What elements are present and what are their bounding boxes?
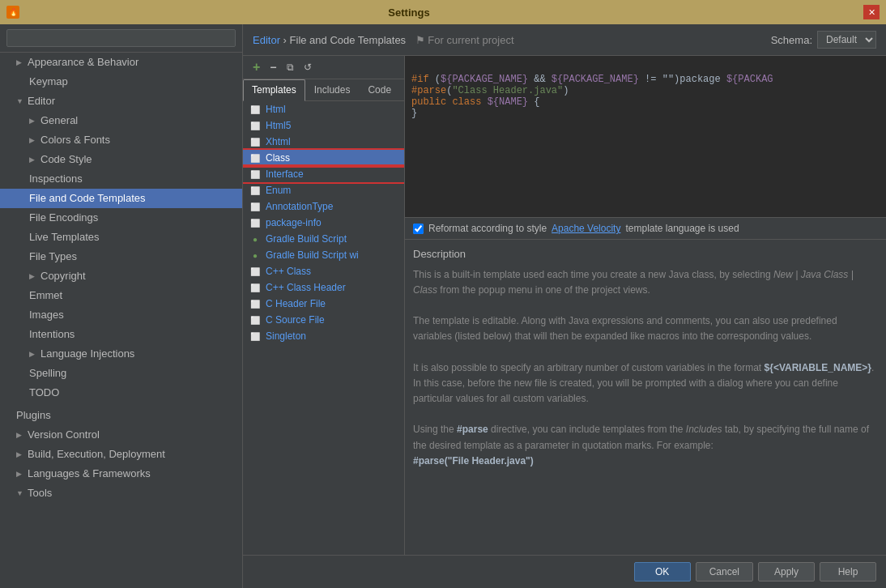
template-item-html5[interactable]: ⬜ Html5	[243, 117, 404, 134]
template-item-label: Gradle Build Script wi	[266, 249, 359, 261]
gradle-icon: ●	[249, 233, 261, 245]
sidebar-item-label: File and Code Templates	[29, 192, 146, 204]
bottom-buttons: OK Cancel Apply Help	[243, 555, 886, 588]
sidebar-item-code-style[interactable]: Code Style	[0, 150, 242, 169]
template-item-interface[interactable]: ⬜ Interface	[243, 166, 404, 182]
template-item-annotation-type[interactable]: ⬜ AnnotationType	[243, 198, 404, 215]
template-item-label: C++ Class	[266, 266, 311, 277]
close-button[interactable]: ✕	[863, 5, 880, 19]
template-item-label: Singleton	[266, 330, 306, 342]
cpp-icon: ⬜	[249, 266, 261, 277]
schema-section: Schema: Default	[771, 31, 876, 49]
search-input[interactable]	[6, 29, 236, 47]
template-item-cpp-class-header[interactable]: ⬜ C++ Class Header	[243, 279, 404, 296]
reformat-suffix: template language is used	[625, 223, 739, 234]
editor-area: #if (${PACKAGE_NAME} && ${PACKAGE_NAME} …	[405, 56, 886, 555]
sidebar-item-colors-fonts[interactable]: Colors & Fonts	[0, 130, 242, 150]
sidebar-item-label: Emmet	[29, 289, 62, 301]
sidebar-item-editor[interactable]: Editor	[0, 92, 242, 111]
sidebar-item-intentions[interactable]: Intentions	[0, 325, 242, 344]
code-editor[interactable]: #if (${PACKAGE_NAME} && ${PACKAGE_NAME} …	[405, 56, 886, 218]
sidebar-item-inspections[interactable]: Inspections	[0, 169, 242, 189]
sidebar-item-languages-frameworks[interactable]: Languages & Frameworks	[0, 464, 242, 484]
template-item-label: package-info	[266, 217, 322, 228]
remove-template-button[interactable]: −	[266, 60, 279, 75]
template-item-enum[interactable]: ⬜ Enum	[243, 182, 404, 198]
template-item-package-info[interactable]: ⬜ package-info	[243, 215, 404, 231]
ok-button[interactable]: OK	[634, 562, 691, 582]
template-item-html[interactable]: ⬜ Html	[243, 101, 404, 117]
sidebar-item-version-control[interactable]: Version Control	[0, 425, 242, 445]
sidebar-item-images[interactable]: Images	[0, 305, 242, 325]
cpp-icon: ⬜	[249, 314, 261, 326]
description-title: Description	[413, 246, 878, 262]
apache-velocity-link[interactable]: Apache Velocity	[552, 223, 620, 234]
java-icon: ⬜	[249, 168, 261, 180]
tab-templates[interactable]: Templates	[243, 79, 305, 101]
template-item-label: C Source File	[266, 314, 325, 326]
sidebar-item-spelling[interactable]: Spelling	[0, 364, 242, 383]
sidebar-item-label: Code Style	[40, 151, 92, 168]
template-item-gradle-build[interactable]: ● Gradle Build Script	[243, 231, 404, 247]
cpp-icon: ⬜	[249, 298, 261, 309]
sidebar-item-label: Appearance & Behavior	[28, 54, 138, 70]
sidebar-item-label: Language Injections	[40, 346, 134, 362]
template-item-xhtml[interactable]: ⬜ Xhtml	[243, 134, 404, 150]
panel-header: Editor › File and Code Templates ⚑ For c…	[243, 24, 886, 56]
arrow-icon	[16, 427, 24, 443]
sidebar-item-tools[interactable]: Tools	[0, 484, 242, 503]
sidebar-item-label: Inspections	[29, 173, 83, 185]
arrow-icon	[16, 466, 24, 482]
template-item-cpp-class[interactable]: ⬜ C++ Class	[243, 263, 404, 279]
sidebar-item-label: Version Control	[28, 427, 100, 443]
sidebar-item-emmet[interactable]: Emmet	[0, 286, 242, 305]
template-item-label: C Header File	[266, 298, 326, 309]
help-button[interactable]: Help	[820, 562, 876, 582]
add-template-button[interactable]: +	[249, 59, 263, 75]
sidebar-item-live-templates[interactable]: Live Templates	[0, 228, 242, 247]
sidebar-item-label: Editor	[28, 93, 55, 109]
java-icon: ⬜	[249, 217, 261, 228]
reset-template-button[interactable]: ↺	[300, 61, 315, 74]
arrow-icon	[16, 446, 24, 462]
sidebar-item-file-encodings[interactable]: File Encodings	[0, 208, 242, 228]
template-item-gradle-build-wi[interactable]: ● Gradle Build Script wi	[243, 247, 404, 263]
template-item-c-header-file[interactable]: ⬜ C Header File	[243, 296, 404, 312]
gradle-icon: ●	[249, 249, 261, 261]
template-item-singleton[interactable]: ⬜ Singleton	[243, 328, 404, 344]
reformat-checkbox[interactable]	[413, 224, 424, 234]
tab-code[interactable]: Code	[359, 79, 400, 100]
sidebar-item-label: TODO	[29, 386, 59, 398]
sidebar-item-appearance[interactable]: Appearance & Behavior	[0, 53, 242, 72]
sidebar-item-plugins[interactable]: Plugins	[0, 406, 242, 425]
java-icon: ⬜	[249, 152, 261, 164]
sidebar-item-keymap[interactable]: Keymap	[0, 72, 242, 92]
schema-label: Schema:	[771, 34, 812, 46]
sidebar-item-build-execution[interactable]: Build, Execution, Deployment	[0, 445, 242, 464]
apply-button[interactable]: Apply	[758, 562, 815, 582]
template-item-label: Enum	[266, 185, 291, 196]
sidebar-item-file-code-templates[interactable]: File and Code Templates	[0, 189, 242, 208]
reformat-label: Reformat according to style	[428, 223, 547, 234]
search-box	[0, 24, 242, 53]
sidebar-item-label: Tools	[28, 485, 52, 501]
java-icon: ⬜	[249, 201, 261, 212]
schema-dropdown[interactable]: Default	[817, 31, 876, 49]
sidebar-item-todo[interactable]: TODO	[0, 383, 242, 403]
template-item-class[interactable]: ⬜ Class	[243, 150, 404, 166]
template-item-c-source-file[interactable]: ⬜ C Source File	[243, 312, 404, 328]
sidebar-item-label: Colors & Fonts	[40, 132, 110, 148]
arrow-icon	[29, 113, 37, 129]
tab-includes[interactable]: Includes	[305, 79, 360, 100]
template-item-label: Xhtml	[266, 136, 291, 147]
sidebar-item-label: Live Templates	[29, 231, 99, 243]
sidebar-item-copyright[interactable]: Copyright	[0, 266, 242, 286]
sidebar-item-language-injections[interactable]: Language Injections	[0, 344, 242, 364]
cancel-button[interactable]: Cancel	[696, 562, 753, 582]
sidebar-item-label: Keymap	[29, 75, 68, 87]
sidebar-item-label: Build, Execution, Deployment	[28, 446, 165, 462]
sidebar-item-label: File Types	[29, 250, 77, 262]
copy-template-button[interactable]: ⧉	[283, 61, 297, 74]
sidebar-item-general[interactable]: General	[0, 111, 242, 130]
sidebar-item-file-types[interactable]: File Types	[0, 247, 242, 266]
